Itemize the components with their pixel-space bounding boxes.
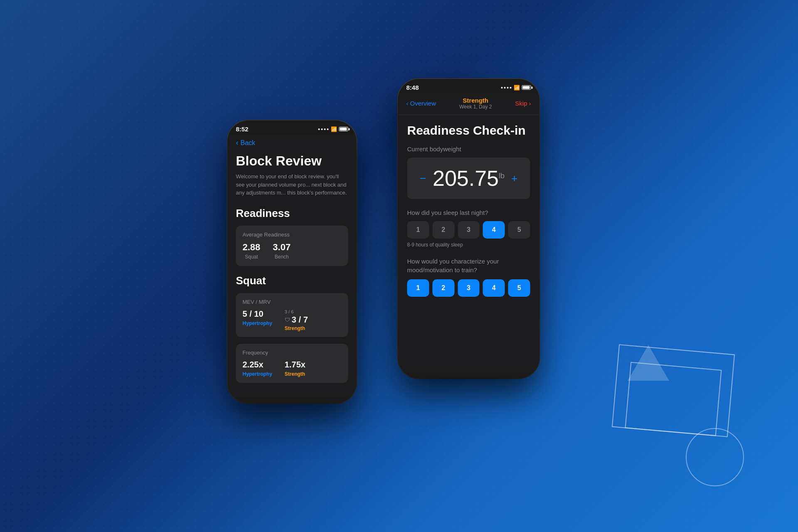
block-review-title: Block Review — [236, 154, 348, 168]
screen-checkin: ‹ Overview Strength Week 1, Day 2 Skip ›… — [398, 94, 539, 372]
bodyweight-display: 205.75lb — [433, 166, 505, 191]
dot1 — [318, 128, 320, 130]
geo-circle — [686, 428, 744, 486]
back-label-left: Back — [241, 139, 256, 147]
nav-week-day: Week 1, Day 2 — [459, 104, 492, 110]
skip-label: Skip — [515, 100, 527, 107]
mev-strength-sub: 3 / 6 — [285, 309, 308, 314]
freq-strength: 1.75x Strength — [285, 360, 305, 377]
bodyweight-value: 205.75lb — [433, 166, 505, 190]
dot2r — [504, 87, 506, 89]
mev-hypertrophy-value: 5 / 10 — [243, 309, 272, 319]
readiness-section-title: Readiness — [236, 207, 348, 220]
mood-btn-1[interactable]: 1 — [407, 279, 429, 297]
mood-btn-3[interactable]: 3 — [458, 279, 480, 297]
overview-back-button[interactable]: ‹ Overview — [406, 100, 436, 107]
readiness-card: Average Readiness 2.88 Squat 3.07 Bench — [236, 226, 348, 266]
geo-triangle — [628, 345, 669, 381]
dot4r — [510, 87, 512, 89]
mev-values: 5 / 10 Hypertrophy 3 / 6 🛡 3 / 7 Strengt… — [243, 309, 342, 331]
bw-number: 205.75 — [433, 166, 499, 190]
wifi-icon-right: 📶 — [514, 85, 520, 91]
battery-icon-left — [339, 127, 348, 131]
phone-readiness-checkin: 8:48 📶 ‹ Overview — [398, 79, 539, 378]
dot1r — [501, 87, 503, 89]
sleep-btn-3[interactable]: 3 — [458, 221, 480, 239]
mev-strength-value: 3 / 7 — [292, 315, 308, 325]
signal-bars-right — [501, 87, 512, 89]
bodyweight-label: Current bodyweight — [407, 145, 530, 153]
skip-chevron: › — [529, 100, 531, 107]
mood-btn-5[interactable]: 5 — [508, 279, 530, 297]
nav-strength-title: Strength — [459, 97, 492, 104]
readiness-bench-value: 3.07 — [273, 242, 291, 253]
back-button-left[interactable]: ‹ Back — [236, 135, 348, 147]
phone-block-review: 8:52 📶 ‹ Back Bloc — [228, 121, 357, 403]
dot3 — [324, 128, 326, 130]
strength-icon: 🛡 — [285, 317, 290, 323]
freq-hypertrophy-value: 2.25x — [243, 360, 272, 369]
readiness-squat: 2.88 Squat — [243, 242, 261, 260]
readiness-bench-label: Bench — [275, 254, 289, 260]
readiness-squat-label: Squat — [245, 254, 258, 260]
back-chevron-left: ‹ — [236, 138, 239, 147]
skip-button[interactable]: Skip › — [515, 100, 531, 107]
signal-bars-left — [318, 128, 329, 130]
screen-block-review: ‹ Back Block Review Welcome to your end … — [228, 135, 357, 397]
freq-card: Frequency 2.25x Hypertrophy 1.75x Streng… — [236, 344, 348, 383]
battery-fill-right — [523, 86, 530, 89]
dot2 — [321, 128, 323, 130]
mood-rating-buttons: 1 2 3 4 5 — [407, 279, 530, 297]
sleep-btn-2[interactable]: 2 — [432, 221, 454, 239]
mood-question-label: How would you characterize your mood/mot… — [407, 257, 530, 274]
status-time-right: 8:48 — [406, 84, 419, 91]
freq-values: 2.25x Hypertrophy 1.75x Strength — [243, 360, 342, 377]
mev-strength-row: 🛡 3 / 7 — [285, 315, 308, 325]
phone-notch-left — [267, 121, 317, 132]
mev-strength-type: Strength — [285, 325, 308, 331]
mev-card: MEV / MRV 5 / 10 Hypertrophy 3 / 6 🛡 3 /… — [236, 293, 348, 337]
bodyweight-increase-button[interactable]: + — [507, 172, 522, 185]
phone-notch-right — [444, 79, 494, 91]
checkin-title: Readiness Check-in — [407, 123, 530, 137]
mev-strength: 3 / 6 🛡 3 / 7 Strength — [285, 309, 308, 331]
freq-hypertrophy-type: Hypertrophy — [243, 371, 272, 377]
sleep-rating-buttons: 1 2 3 4 5 — [407, 221, 530, 239]
overview-back-label: Overview — [410, 100, 436, 107]
bodyweight-decrease-button[interactable]: − — [416, 172, 431, 185]
battery-fill-left — [340, 128, 347, 131]
status-icons-left: 📶 — [318, 126, 348, 132]
mev-hypertrophy-type: Hypertrophy — [243, 320, 272, 326]
phones-container: 8:52 📶 ‹ Back Bloc — [228, 79, 539, 453]
readiness-bench: 3.07 Bench — [273, 242, 291, 260]
dot4 — [327, 128, 329, 130]
sleep-btn-4[interactable]: 4 — [483, 221, 505, 239]
mev-label: MEV / MRV — [243, 299, 342, 305]
sleep-question-label: How did you sleep last night? — [407, 209, 530, 216]
checkin-content: Readiness Check-in Current bodyweight − … — [398, 115, 539, 305]
geometric-shapes — [590, 332, 756, 499]
squat-section-title: Squat — [236, 274, 348, 287]
freq-strength-type: Strength — [285, 371, 305, 377]
status-time-left: 8:52 — [236, 126, 249, 133]
freq-strength-value: 1.75x — [285, 360, 305, 369]
status-icons-right: 📶 — [501, 85, 531, 91]
readiness-avg-label: Average Readiness — [243, 232, 342, 238]
sleep-btn-5[interactable]: 5 — [508, 221, 530, 239]
bw-unit: lb — [499, 172, 505, 180]
battery-icon-right — [522, 85, 531, 90]
readiness-values: 2.88 Squat 3.07 Bench — [243, 242, 342, 260]
overview-back-chevron: ‹ — [406, 100, 409, 107]
sleep-btn-1[interactable]: 1 — [407, 221, 429, 239]
freq-hypertrophy: 2.25x Hypertrophy — [243, 360, 272, 377]
right-nav-bar: ‹ Overview Strength Week 1, Day 2 Skip › — [398, 94, 539, 115]
nav-center: Strength Week 1, Day 2 — [459, 97, 492, 110]
sleep-description: 8-9 hours of quality sleep — [407, 242, 530, 248]
bodyweight-control: − 205.75lb + — [407, 158, 530, 199]
mood-btn-2[interactable]: 2 — [432, 279, 454, 297]
wifi-icon-left: 📶 — [331, 126, 337, 132]
freq-label: Frequency — [243, 350, 342, 356]
mood-btn-4[interactable]: 4 — [483, 279, 505, 297]
readiness-squat-value: 2.88 — [243, 242, 261, 253]
block-review-desc: Welcome to your end of block review. you… — [236, 172, 348, 197]
